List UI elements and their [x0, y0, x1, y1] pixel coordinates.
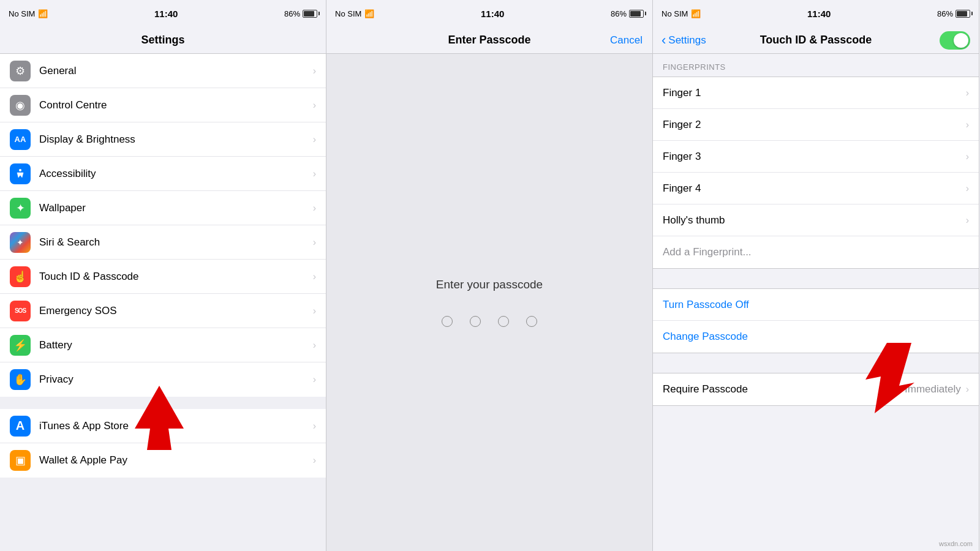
status-battery-1: 86%: [284, 9, 317, 18]
battery-fill-1: [304, 11, 314, 17]
settings-item-privacy[interactable]: ✋ Privacy ›: [0, 362, 326, 397]
change-passcode-item[interactable]: Change Passcode: [653, 321, 979, 353]
general-chevron: ›: [313, 66, 316, 77]
control-centre-label: Control Centre: [39, 99, 308, 111]
passcode-dots-container: [442, 316, 537, 327]
privacy-chevron: ›: [313, 374, 316, 385]
privacy-icon: ✋: [10, 369, 31, 390]
turn-passcode-off-item[interactable]: Turn Passcode Off: [653, 289, 979, 321]
section-gap-1: [0, 397, 326, 409]
fingerprint-item-1[interactable]: Finger 1 ›: [653, 77, 979, 109]
status-bar-2: No SIM 📶 11:40 86%: [326, 0, 652, 27]
back-label: Settings: [668, 34, 706, 47]
wallpaper-icon: ✦: [10, 198, 31, 219]
control-centre-chevron: ›: [313, 100, 316, 111]
fingerprint-item-holly[interactable]: Holly's thumb ›: [653, 204, 979, 236]
fingerprint-item-2[interactable]: Finger 2 ›: [653, 109, 979, 141]
emergency-sos-label: Emergency SOS: [39, 305, 308, 317]
battery-percent-2: 86%: [611, 9, 627, 18]
battery-percent-1: 86%: [284, 9, 300, 18]
settings-item-wallet[interactable]: ▣ Wallet & Apple Pay ›: [0, 443, 326, 478]
section-gap-3: [653, 353, 979, 373]
fingerprint-holly-label: Holly's thumb: [663, 214, 966, 227]
require-passcode-list: Require Passcode Immediately ›: [653, 373, 979, 406]
settings-item-emergency-sos[interactable]: SOS Emergency SOS ›: [0, 294, 326, 328]
section-gap-2: [653, 269, 979, 288]
fingerprint-3-label: Finger 3: [663, 151, 966, 163]
settings-list: ⚙ General › ◉ Control Centre › AA Displa…: [0, 54, 326, 551]
display-brightness-label: Display & Brightness: [39, 133, 308, 146]
back-arrow-icon: ‹: [662, 34, 666, 47]
display-brightness-chevron: ›: [313, 134, 316, 145]
settings-item-general[interactable]: ⚙ General ›: [0, 54, 326, 88]
require-passcode-value: Immediately: [905, 383, 961, 395]
accessibility-label: Accessibility: [39, 168, 308, 180]
touch-id-icon: ☝: [10, 266, 31, 287]
touchid-back-button[interactable]: ‹ Settings: [662, 34, 706, 47]
no-sim-text-1: No SIM: [9, 9, 35, 18]
privacy-label: Privacy: [39, 373, 308, 386]
battery-fill-2: [630, 11, 641, 17]
passcode-body: Enter your passcode: [326, 54, 652, 551]
touchid-content: FINGERPRINTS Finger 1 › Finger 2 › Finge…: [653, 54, 979, 551]
battery-icon-1: [303, 10, 317, 18]
emergency-sos-icon: SOS: [10, 301, 31, 321]
no-sim-text-2: No SIM: [335, 9, 361, 18]
fingerprint-item-4[interactable]: Finger 4 ›: [653, 173, 979, 204]
settings-item-itunes[interactable]: A iTunes & App Store ›: [0, 409, 326, 443]
touchid-nav: ‹ Settings Touch ID & Passcode: [653, 27, 979, 54]
passcode-nav: Enter Passcode Cancel: [326, 27, 652, 54]
general-icon: ⚙: [10, 61, 31, 81]
settings-panel: No SIM 📶 11:40 86% Settings ⚙ General › …: [0, 0, 326, 551]
fingerprint-1-label: Finger 1: [663, 87, 966, 99]
passcode-cancel-button[interactable]: Cancel: [610, 34, 643, 47]
siri-search-chevron: ›: [313, 237, 316, 248]
watermark: wsxdn.com: [939, 540, 973, 547]
status-bar-1: No SIM 📶 11:40 86%: [0, 0, 326, 27]
settings-item-display-brightness[interactable]: AA Display & Brightness ›: [0, 122, 326, 157]
passcode-prompt-text: Enter your passcode: [436, 278, 543, 291]
status-time-2: 11:40: [481, 9, 504, 19]
wallpaper-label: Wallpaper: [39, 202, 308, 214]
touchid-toggle[interactable]: [940, 31, 970, 50]
fingerprint-2-chevron: ›: [966, 119, 969, 130]
emergency-sos-chevron: ›: [313, 305, 316, 317]
fingerprints-list: Finger 1 › Finger 2 › Finger 3 › Finger …: [653, 77, 979, 269]
status-time-1: 11:40: [154, 9, 178, 19]
status-signal-2: No SIM 📶: [335, 9, 374, 18]
require-passcode-item[interactable]: Require Passcode Immediately ›: [653, 373, 979, 405]
settings-section-2: A iTunes & App Store › ▣ Wallet & Apple …: [0, 409, 326, 478]
fingerprint-item-3[interactable]: Finger 3 ›: [653, 141, 979, 173]
settings-item-siri-search[interactable]: ✦ Siri & Search ›: [0, 225, 326, 260]
touch-id-label: Touch ID & Passcode: [39, 271, 308, 283]
settings-item-battery[interactable]: ⚡ Battery ›: [0, 328, 326, 362]
wallet-label: Wallet & Apple Pay: [39, 454, 308, 467]
passcode-nav-title: Enter Passcode: [448, 34, 530, 47]
passcode-dot-3: [498, 316, 509, 327]
status-signal-3: No SIM 📶: [662, 9, 701, 18]
settings-header: Settings: [0, 27, 326, 54]
status-battery-2: 86%: [611, 9, 644, 18]
battery-fill-3: [957, 11, 967, 17]
fingerprint-2-label: Finger 2: [663, 119, 966, 131]
touchid-panel: No SIM 📶 11:40 86% ‹ Settings Touch ID &…: [653, 0, 979, 551]
fingerprints-section-header: FINGERPRINTS: [653, 54, 979, 77]
itunes-label: iTunes & App Store: [39, 420, 308, 432]
settings-section-1: ⚙ General › ◉ Control Centre › AA Displa…: [0, 54, 326, 397]
fingerprint-holly-chevron: ›: [966, 215, 969, 226]
battery-label: Battery: [39, 339, 308, 351]
passcode-dot-4: [526, 316, 537, 327]
wifi-icon-1: 📶: [38, 9, 48, 18]
settings-item-touch-id[interactable]: ☝ Touch ID & Passcode ›: [0, 260, 326, 294]
add-fingerprint-item[interactable]: Add a Fingerprint...: [653, 236, 979, 268]
change-passcode-label: Change Passcode: [663, 331, 969, 343]
siri-search-label: Siri & Search: [39, 236, 308, 249]
accessibility-icon: [10, 163, 31, 184]
settings-item-control-centre[interactable]: ◉ Control Centre ›: [0, 88, 326, 122]
wifi-icon-3: 📶: [691, 9, 701, 18]
battery-icon-3: [956, 10, 970, 18]
settings-item-wallpaper[interactable]: ✦ Wallpaper ›: [0, 191, 326, 225]
display-brightness-icon: AA: [10, 129, 31, 150]
svg-point-0: [19, 169, 21, 171]
settings-item-accessibility[interactable]: Accessibility ›: [0, 157, 326, 191]
